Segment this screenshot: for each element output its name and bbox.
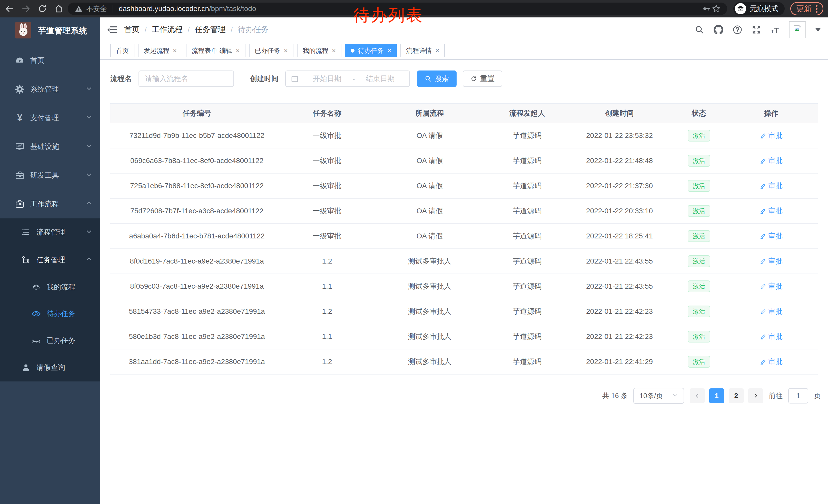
avatar-menu-caret-icon[interactable] (815, 28, 821, 32)
tab-my-process[interactable]: 我的流程× (297, 44, 341, 57)
home-icon[interactable] (54, 4, 64, 13)
sidebar-item-process-mgmt[interactable]: 流程管理 (0, 218, 100, 246)
sidebar-item-leave-query[interactable]: 请假查询 (0, 354, 100, 381)
page-button-2[interactable]: 2 (729, 388, 744, 403)
search-icon[interactable] (694, 25, 705, 35)
table-row: 8f0d1619-7ac8-11ec-a9e2-a2380e71991a1.2测… (110, 249, 818, 274)
page-button-1[interactable]: 1 (709, 388, 724, 403)
sidebar-item-payment[interactable]: ¥ 支付管理 (0, 103, 100, 132)
status-badge: 激活 (688, 155, 710, 167)
tab-process-detail[interactable]: 流程详情× (401, 44, 445, 57)
close-icon[interactable]: × (435, 47, 439, 54)
page-unit-label: 页 (814, 391, 821, 401)
task-id: 75d72608-7b7f-11ec-a3c8-acde48001122 (110, 207, 283, 215)
approve-link[interactable]: 审批 (760, 156, 783, 166)
sidebar-item-label: 任务管理 (36, 255, 65, 265)
approve-link[interactable]: 审批 (760, 357, 783, 367)
close-icon[interactable]: × (387, 47, 391, 54)
process-starter: 芋道源码 (489, 131, 566, 140)
status-badge: 激活 (688, 205, 710, 217)
goto-page-input[interactable] (788, 388, 808, 404)
search-button[interactable]: 搜索 (417, 71, 457, 87)
approve-link[interactable]: 审批 (760, 256, 783, 266)
close-icon[interactable]: × (236, 47, 240, 54)
sidebar-item-label: 待办任务 (47, 309, 75, 319)
sidebar-item-infra[interactable]: 基础设施 (0, 132, 100, 161)
task-id: 725a1eb6-7b88-11ec-8ef0-acde48001122 (110, 182, 283, 190)
breadcrumb-task-mgmt[interactable]: 任务管理 (195, 25, 226, 35)
create-time: 2022-01-21 22:42:23 (566, 307, 673, 316)
browser-menu-icon[interactable] (816, 5, 818, 13)
sidebar-item-label: 已办任务 (47, 335, 75, 345)
process-starter: 芋道源码 (489, 156, 566, 166)
approve-link[interactable]: 审批 (760, 131, 783, 140)
tags-view-bar: 首页 发起流程× 流程表单-编辑× 已办任务× 我的流程× 待办任务× 流程详情… (100, 42, 828, 60)
approve-link[interactable]: 审批 (760, 332, 783, 341)
eye-closed-icon (31, 335, 41, 345)
app-title: 芋道管理系统 (38, 26, 87, 36)
sidebar-item-label: 首页 (30, 56, 45, 65)
tab-start-process[interactable]: 发起流程× (138, 44, 182, 57)
github-icon[interactable] (713, 25, 724, 35)
process-name: OA 请假 (371, 231, 489, 241)
date-range-picker[interactable]: 开始日期 - 结束日期 (285, 71, 410, 87)
fullscreen-icon[interactable] (751, 25, 762, 35)
sidebar-item-label: 请假查询 (36, 363, 65, 372)
process-starter: 芋道源码 (489, 231, 566, 241)
update-button[interactable]: 更新 (790, 2, 823, 15)
sidebar-collapse-icon[interactable] (107, 24, 119, 36)
end-date-placeholder[interactable]: 结束日期 (357, 74, 404, 84)
sidebar-item-home[interactable]: 首页 (0, 46, 100, 75)
sidebar-item-task-mgmt[interactable]: 任务管理 (0, 246, 100, 274)
approve-link[interactable]: 审批 (760, 231, 783, 241)
back-icon[interactable] (5, 4, 14, 13)
process-starter: 芋道源码 (489, 332, 566, 341)
password-key-icon[interactable] (702, 4, 711, 13)
sidebar-item-done-tasks[interactable]: 已办任务 (0, 327, 100, 354)
app-logo-row: 芋道管理系统 (0, 17, 100, 44)
page-size-select[interactable]: 10条/页 (633, 388, 684, 404)
col-create-time: 创建时间 (566, 108, 673, 118)
next-page-button[interactable] (748, 388, 763, 403)
sidebar-item-label: 系统管理 (30, 84, 59, 94)
prev-page-button[interactable] (690, 388, 705, 403)
tab-todo-tasks[interactable]: 待办任务× (345, 44, 397, 57)
approve-link[interactable]: 审批 (760, 181, 783, 191)
breadcrumb-workflow[interactable]: 工作流程 (152, 25, 182, 35)
security-label: 不安全 (86, 4, 107, 13)
toolbox-icon (15, 171, 25, 180)
avatar[interactable] (789, 21, 806, 38)
user-icon (21, 363, 31, 372)
breadcrumb-home[interactable]: 首页 (124, 25, 139, 35)
bookmark-star-icon[interactable] (711, 4, 721, 13)
process-name-input[interactable]: 请输入流程名 (138, 71, 234, 87)
list-icon (21, 227, 31, 237)
approve-link[interactable]: 审批 (760, 281, 783, 291)
approve-link[interactable]: 审批 (760, 206, 783, 216)
tab-done-tasks[interactable]: 已办任务× (249, 44, 293, 57)
close-icon[interactable]: × (173, 47, 177, 54)
sidebar-item-devtools[interactable]: 研发工具 (0, 161, 100, 190)
task-name: 一级审批 (283, 156, 371, 166)
tab-home[interactable]: 首页 (110, 44, 134, 57)
reset-button[interactable]: 重置 (463, 71, 502, 87)
sidebar-item-workflow[interactable]: 工作流程 (0, 190, 100, 218)
sidebar-item-label: 工作流程 (30, 199, 59, 209)
reload-icon[interactable] (37, 4, 47, 13)
status-badge: 激活 (688, 280, 710, 292)
robot-icon (31, 282, 41, 292)
close-icon[interactable]: × (284, 47, 288, 54)
sidebar-item-my-process[interactable]: 我的流程 (0, 274, 100, 301)
close-icon[interactable]: × (332, 47, 336, 54)
start-date-placeholder[interactable]: 开始日期 (303, 74, 351, 84)
sidebar-item-todo-tasks[interactable]: 待办任务 (0, 301, 100, 327)
sidebar-item-system[interactable]: 系统管理 (0, 75, 100, 103)
font-size-icon[interactable]: TT (770, 25, 781, 35)
create-time: 2022-01-22 21:37:30 (566, 182, 673, 190)
forward-icon[interactable] (21, 4, 31, 13)
approve-link[interactable]: 审批 (760, 307, 783, 316)
tab-process-form-edit[interactable]: 流程表单-编辑× (186, 44, 245, 57)
task-table: 任务编号 任务名称 所属流程 流程发起人 创建时间 状态 操作 73211d9d… (110, 103, 818, 374)
warning-icon[interactable] (74, 4, 84, 13)
help-icon[interactable] (732, 25, 743, 35)
